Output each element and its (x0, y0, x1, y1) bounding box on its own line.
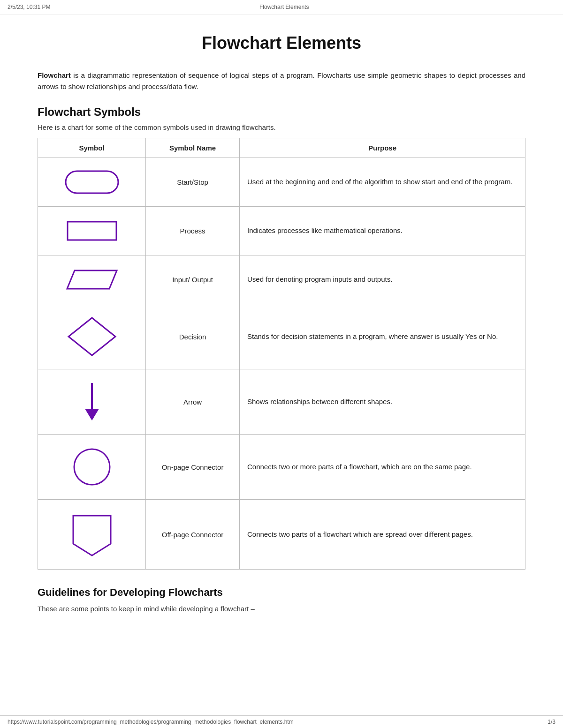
col-symbol: Symbol (38, 138, 146, 158)
purpose-input-output: Used for denoting program inputs and out… (240, 255, 525, 304)
bottom-url: https://www.tutorialspoint.com/programmi… (8, 719, 294, 725)
top-bar: 2/5/23, 10:31 PM Flowchart Elements (0, 0, 563, 15)
name-decision: Decision (146, 304, 240, 369)
svg-rect-0 (66, 171, 118, 193)
symbol-process (38, 207, 146, 255)
svg-rect-1 (68, 222, 116, 240)
guidelines-heading: Guidelines for Developing Flowcharts (38, 586, 525, 599)
purpose-off-page-connector: Connects two parts of a flowchart which … (240, 500, 525, 570)
svg-marker-3 (68, 318, 115, 355)
col-name: Symbol Name (146, 138, 240, 158)
intro-bold: Flowchart (38, 71, 71, 79)
bottom-page-num: 1/3 (548, 719, 555, 725)
table-row: Process Indicates processes like mathema… (38, 207, 525, 255)
intro-paragraph: Flowchart is a diagrammatic representati… (38, 70, 525, 92)
table-row: Start/Stop Used at the beginning and end… (38, 158, 525, 207)
name-arrow: Arrow (146, 369, 240, 435)
symbol-start-stop (38, 158, 146, 207)
symbol-on-page-connector (38, 435, 146, 500)
svg-point-6 (74, 449, 110, 485)
name-on-page-connector: On-page Connector (146, 435, 240, 500)
purpose-process: Indicates processes like mathematical op… (240, 207, 525, 255)
symbol-decision (38, 304, 146, 369)
top-page-title: Flowchart Elements (259, 4, 309, 10)
svg-marker-7 (73, 516, 111, 555)
table-row: On-page Connector Connects two or more p… (38, 435, 525, 500)
purpose-on-page-connector: Connects two or more parts of a flowchar… (240, 435, 525, 500)
name-start-stop: Start/Stop (146, 158, 240, 207)
name-process: Process (146, 207, 240, 255)
datetime-label: 2/5/23, 10:31 PM (8, 4, 50, 10)
name-off-page-connector: Off-page Connector (146, 500, 240, 570)
table-row: Off-page Connector Connects two parts of… (38, 500, 525, 570)
symbol-arrow (38, 369, 146, 435)
svg-marker-2 (67, 270, 117, 289)
symbols-subtitle: Here is a chart for some of the common s… (38, 123, 525, 131)
page-heading: Flowchart Elements (38, 33, 525, 53)
symbols-heading: Flowchart Symbols (38, 105, 525, 119)
svg-marker-5 (85, 409, 99, 420)
purpose-decision: Stands for decision statements in a prog… (240, 304, 525, 369)
symbol-off-page-connector (38, 500, 146, 570)
symbol-input-output (38, 255, 146, 304)
symbols-table: Symbol Symbol Name Purpose Start/Stop Us… (38, 138, 525, 570)
table-row: Decision Stands for decision statements … (38, 304, 525, 369)
main-content: Flowchart Elements Flowchart is a diagra… (0, 15, 563, 652)
table-row: Input/ Output Used for denoting program … (38, 255, 525, 304)
name-input-output: Input/ Output (146, 255, 240, 304)
intro-text: is a diagrammatic representation of sequ… (38, 71, 525, 90)
bottom-bar: https://www.tutorialspoint.com/programmi… (0, 715, 563, 728)
col-purpose: Purpose (240, 138, 525, 158)
table-row: Arrow Shows relationships between differ… (38, 369, 525, 435)
purpose-arrow: Shows relationships between different sh… (240, 369, 525, 435)
purpose-start-stop: Used at the beginning and end of the alg… (240, 158, 525, 207)
guidelines-text: These are some points to keep in mind wh… (38, 603, 525, 615)
